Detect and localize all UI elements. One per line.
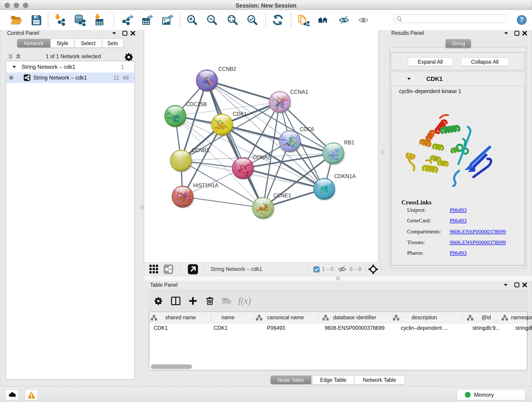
svg-text:CDK1: CDK1 (233, 111, 247, 117)
svg-text:CDC6: CDC6 (300, 126, 314, 132)
svg-text:HIST1H1A: HIST1H1A (193, 182, 219, 188)
svg-text:CCNA1: CCNA1 (290, 89, 308, 95)
svg-text:CCNB2: CCNB2 (218, 66, 236, 72)
svg-text:CCNB1: CCNB1 (191, 147, 209, 153)
svg-text:RB1: RB1 (344, 140, 355, 146)
svg-text:CCNE1: CCNE1 (273, 192, 291, 198)
svg-text:?: ? (520, 16, 524, 23)
svg-text:CCNA2: CCNA2 (253, 154, 270, 160)
svg-text:CDC25B: CDC25B (186, 101, 207, 107)
svg-text:CDKN1A: CDKN1A (334, 173, 356, 179)
